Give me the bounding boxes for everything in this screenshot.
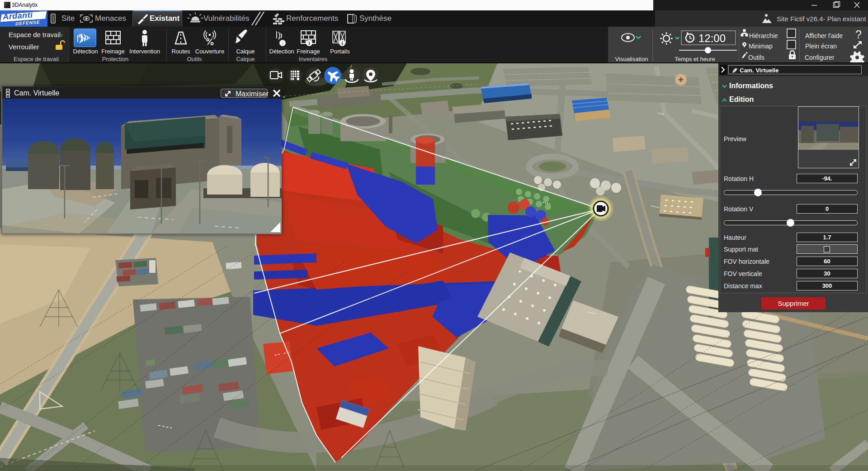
- svg-text:i: i: [282, 40, 283, 46]
- svg-text:i: i: [341, 40, 343, 46]
- svg-text:?: ?: [855, 28, 862, 41]
- svg-text:12:00: 12:00: [698, 32, 726, 44]
- svg-text:i: i: [308, 40, 310, 46]
